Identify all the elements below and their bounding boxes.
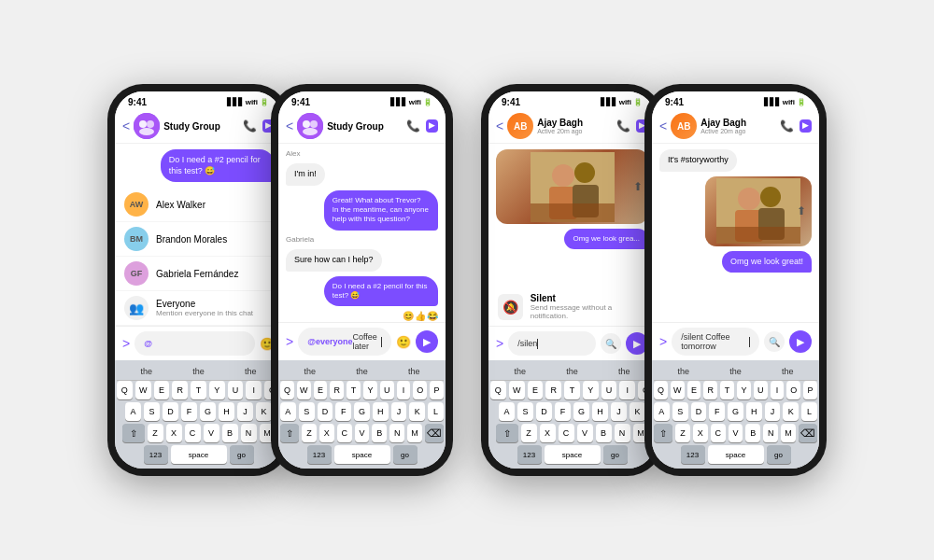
k2-c[interactable]: C: [337, 424, 352, 442]
k2-p[interactable]: P: [430, 381, 444, 399]
key-q[interactable]: Q: [117, 381, 133, 399]
k2-t[interactable]: T: [347, 381, 361, 399]
k3-space[interactable]: space: [545, 445, 601, 464]
search-button-4[interactable]: 🔍: [764, 331, 785, 352]
key-n[interactable]: N: [241, 424, 257, 442]
key-u[interactable]: U: [228, 381, 244, 399]
k4-del[interactable]: ⌫: [799, 424, 817, 442]
mention-item-brandon[interactable]: BM Brandon Morales: [115, 222, 282, 257]
search-button-3[interactable]: 🔍: [601, 333, 621, 354]
k3-a[interactable]: A: [499, 402, 515, 421]
sug-2b[interactable]: the: [352, 366, 372, 377]
at-button-4[interactable]: >: [659, 334, 667, 349]
suggestion-1c[interactable]: the: [241, 366, 261, 377]
k2-shift[interactable]: ⇧: [280, 424, 299, 442]
k4-r[interactable]: R: [703, 381, 717, 399]
k2-a[interactable]: A: [280, 402, 296, 421]
key-f[interactable]: F: [181, 402, 197, 421]
send-button-2[interactable]: ▶: [416, 330, 438, 353]
k2-f[interactable]: F: [335, 402, 351, 421]
key-a[interactable]: A: [125, 402, 141, 421]
k2-v[interactable]: V: [355, 424, 370, 442]
key-c[interactable]: C: [185, 424, 201, 442]
k4-u[interactable]: U: [754, 381, 768, 399]
k4-i[interactable]: I: [771, 381, 785, 399]
k3-t[interactable]: T: [564, 381, 580, 399]
k2-k[interactable]: K: [409, 402, 425, 421]
k2-r[interactable]: R: [330, 381, 344, 399]
key-y[interactable]: Y: [209, 381, 225, 399]
k2-h[interactable]: H: [373, 402, 389, 421]
sug-4a[interactable]: the: [674, 366, 694, 377]
silent-command-item[interactable]: 🔕 Silent Send message without a notifica…: [488, 287, 656, 326]
send-button-4[interactable]: ▶: [789, 330, 812, 353]
k3-j[interactable]: J: [611, 402, 627, 421]
k4-h[interactable]: H: [746, 402, 762, 421]
k3-d[interactable]: D: [536, 402, 552, 421]
k2-y[interactable]: Y: [363, 381, 377, 399]
k3-shift[interactable]: ⇧: [496, 424, 518, 442]
k2-z[interactable]: Z: [302, 424, 317, 442]
k2-l[interactable]: L: [428, 402, 444, 421]
k2-d[interactable]: D: [318, 402, 333, 421]
k3-q[interactable]: Q: [490, 381, 506, 399]
k4-go[interactable]: go: [767, 445, 791, 464]
key-go[interactable]: go: [230, 445, 254, 464]
k4-o[interactable]: O: [786, 381, 800, 399]
key-k[interactable]: K: [256, 402, 272, 421]
sug-4c[interactable]: the: [778, 366, 798, 377]
key-123[interactable]: 123: [144, 445, 168, 464]
sug-2c[interactable]: the: [404, 366, 424, 377]
at-button-2[interactable]: >: [286, 334, 293, 349]
k3-s[interactable]: S: [517, 402, 533, 421]
k4-k[interactable]: K: [783, 402, 799, 421]
key-b[interactable]: B: [222, 424, 238, 442]
key-space[interactable]: space: [171, 445, 227, 464]
k2-w[interactable]: W: [297, 381, 311, 399]
k4-123[interactable]: 123: [681, 445, 705, 464]
k2-space[interactable]: space: [334, 445, 390, 464]
key-shift[interactable]: ⇧: [122, 424, 145, 442]
key-g[interactable]: G: [200, 402, 216, 421]
input-field-3[interactable]: /silen: [508, 331, 596, 356]
k4-q[interactable]: Q: [654, 381, 668, 399]
mention-item-everyone[interactable]: 👥 Everyone Mention everyone in this chat: [115, 291, 282, 326]
call-icon-1[interactable]: 📞: [243, 119, 257, 133]
k4-a[interactable]: A: [654, 402, 670, 421]
sug-2a[interactable]: the: [301, 366, 320, 377]
key-t[interactable]: T: [191, 381, 206, 399]
k4-p[interactable]: P: [803, 381, 817, 399]
mention-item-gabriela[interactable]: GF Gabriela Fernández: [115, 257, 282, 291]
back-button-3[interactable]: <: [496, 119, 503, 133]
k3-z[interactable]: Z: [521, 424, 537, 442]
k4-space[interactable]: space: [708, 445, 764, 464]
k2-go[interactable]: go: [393, 445, 417, 464]
k2-b[interactable]: B: [372, 424, 387, 442]
at-button-1[interactable]: >: [122, 336, 130, 351]
k4-g[interactable]: G: [728, 402, 743, 421]
key-w[interactable]: W: [135, 381, 151, 399]
k3-v[interactable]: V: [577, 424, 593, 442]
k4-j[interactable]: J: [765, 402, 781, 421]
k4-w[interactable]: W: [671, 381, 685, 399]
input-field-1[interactable]: @: [134, 331, 255, 356]
mention-item-alex[interactable]: AW Alex Walker: [115, 188, 282, 222]
k4-m[interactable]: M: [781, 424, 796, 442]
k4-y[interactable]: Y: [737, 381, 751, 399]
k4-v[interactable]: V: [729, 424, 743, 442]
key-i[interactable]: I: [246, 381, 262, 399]
k2-x[interactable]: X: [319, 424, 334, 442]
back-button-2[interactable]: <: [286, 119, 293, 133]
k2-e[interactable]: E: [314, 381, 328, 399]
key-r[interactable]: R: [172, 381, 188, 399]
k3-n[interactable]: N: [615, 424, 630, 442]
input-field-2[interactable]: @everyone Coffee later: [298, 328, 391, 356]
k2-s[interactable]: S: [299, 402, 315, 421]
k2-q[interactable]: Q: [280, 381, 294, 399]
k3-g[interactable]: G: [573, 402, 589, 421]
k3-i[interactable]: I: [619, 381, 635, 399]
k4-e[interactable]: E: [687, 381, 701, 399]
k3-w[interactable]: W: [509, 381, 525, 399]
key-x[interactable]: X: [166, 424, 182, 442]
k2-o[interactable]: O: [413, 381, 427, 399]
